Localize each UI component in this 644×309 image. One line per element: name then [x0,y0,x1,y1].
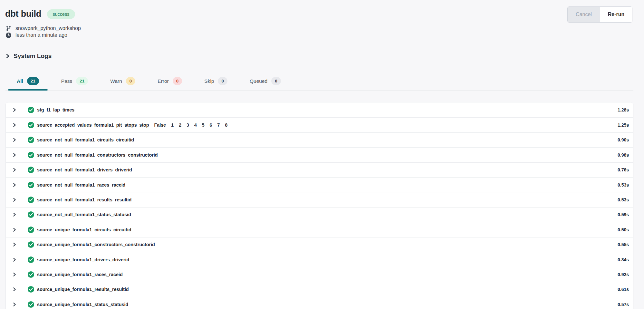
success-check-icon [27,181,34,188]
result-duration: 0.84s [618,257,629,262]
result-duration: 0.90s [618,137,629,142]
chevron-right-icon[interactable] [12,287,17,292]
result-name: source_not_null_formula1_races_raceid [37,182,614,188]
result-row[interactable]: stg_f1_lap_times 1.28s [6,102,633,117]
tab-label: Error [158,78,168,84]
success-check-icon [27,106,34,113]
result-duration: 0.53s [618,182,629,188]
success-check-icon [27,136,34,143]
tab-count-badge: 21 [27,77,39,85]
chevron-right-icon[interactable] [12,242,17,247]
result-row[interactable]: source_not_null_formula1_circuits_circui… [6,132,633,147]
result-row[interactable]: source_not_null_formula1_drivers_driveri… [6,162,633,177]
result-name: source_not_null_formula1_status_statusid [37,212,614,217]
result-name: source_unique_formula1_constructors_cons… [37,242,614,247]
result-row[interactable]: source_unique_formula1_status_statusid 0… [6,297,633,309]
result-duration: 0.59s [618,212,629,217]
success-check-icon [27,301,34,308]
result-name: source_not_null_formula1_results_resulti… [37,197,614,202]
result-row[interactable]: source_unique_formula1_results_resultid … [6,282,633,297]
page-title: dbt build [5,9,41,19]
tab-count-badge: 21 [76,77,88,85]
cancel-button[interactable]: Cancel [568,7,600,22]
branch-name: snowpark_python_workshop [15,25,81,31]
result-name: source_accepted_values_formula1_pit_stop… [37,122,614,128]
result-name: source_unique_formula1_drivers_driverid [37,257,614,262]
result-row[interactable]: source_unique_formula1_races_raceid 0.92… [6,267,633,282]
success-check-icon [27,256,34,263]
tab-label: All [17,78,23,84]
chevron-right-icon[interactable] [12,302,17,307]
success-check-icon [27,226,34,233]
status-badge: success [47,9,75,19]
tab-pass[interactable]: Pass 21 [53,77,97,90]
result-duration: 0.76s [618,167,629,172]
result-name: source_unique_formula1_results_resultid [37,287,614,292]
tab-count-badge: 0 [173,77,182,85]
success-check-icon [27,286,34,293]
result-name: source_not_null_formula1_constructors_co… [37,152,614,158]
chevron-right-icon[interactable] [12,183,17,187]
result-name: source_unique_formula1_circuits_circuiti… [37,227,614,232]
result-row[interactable]: source_not_null_formula1_status_statusid… [6,207,633,222]
tab-queued[interactable]: Queued 0 [241,77,290,90]
result-duration: 0.92s [618,272,629,277]
title-row: dbt build success [5,9,632,19]
chevron-right-icon[interactable] [12,123,17,127]
result-name: source_not_null_formula1_circuits_circui… [37,137,614,142]
chevron-right-icon[interactable] [12,168,17,172]
success-check-icon [27,271,34,278]
result-row[interactable]: source_not_null_formula1_constructors_co… [6,147,633,162]
success-check-icon [27,241,34,248]
results-list: stg_f1_lap_times 1.28s source_accepted_v… [5,102,633,309]
git-branch-icon [5,25,12,31]
result-duration: 0.50s [618,227,629,232]
result-row[interactable]: source_not_null_formula1_results_resulti… [6,192,633,207]
result-name: source_unique_formula1_races_raceid [37,272,614,277]
result-name: source_not_null_formula1_drivers_driveri… [37,167,614,172]
time-ago: less than a minute ago [15,32,67,38]
chevron-right-icon[interactable] [12,227,17,232]
result-duration: 0.55s [618,242,629,247]
tab-skip[interactable]: Skip 0 [196,77,236,90]
result-row[interactable]: source_not_null_formula1_races_raceid 0.… [6,177,633,192]
system-logs-toggle[interactable]: System Logs [5,53,644,60]
success-check-icon [27,151,34,159]
time-meta: less than a minute ago [5,32,632,38]
chevron-right-icon[interactable] [12,108,17,112]
run-header: dbt build success snowpark_python_worksh… [0,0,644,38]
result-duration: 0.53s [618,197,629,202]
chevron-right-icon[interactable] [12,198,17,202]
tab-count-badge: 0 [218,77,227,85]
tab-warn[interactable]: Warn 0 [101,77,144,90]
rerun-button[interactable]: Re-run [600,7,632,22]
tab-label: Queued [250,78,267,84]
result-row[interactable]: source_accepted_values_formula1_pit_stop… [6,117,633,132]
result-name: source_unique_formula1_status_statusid [37,302,614,307]
chevron-right-icon[interactable] [12,212,17,217]
chevron-right-icon[interactable] [12,272,17,277]
active-tab-underline [8,89,48,91]
result-duration: 0.57s [618,302,629,307]
system-logs-label: System Logs [14,53,52,60]
tab-error[interactable]: Error 0 [149,77,191,90]
chevron-right-icon[interactable] [12,153,17,157]
tab-all[interactable]: All 21 [8,77,48,90]
branch-meta: snowpark_python_workshop [5,25,632,31]
result-row[interactable]: source_unique_formula1_drivers_driverid … [6,252,633,267]
result-row[interactable]: source_unique_formula1_circuits_circuiti… [6,222,633,237]
status-tabs: All 21 Pass 21 Warn 0 Error 0 Skip 0 Que… [5,76,633,91]
tab-label: Warn [110,78,122,84]
success-check-icon [27,121,34,129]
tab-label: Skip [204,78,214,84]
run-actions: Cancel Re-run [567,6,632,23]
result-row[interactable]: source_unique_formula1_constructors_cons… [6,237,633,252]
result-duration: 0.98s [618,152,629,158]
result-name: stg_f1_lap_times [37,107,614,112]
chevron-right-icon[interactable] [12,257,17,262]
tab-count-badge: 0 [271,77,281,85]
result-duration: 1.25s [618,122,629,128]
tab-label: Pass [61,78,72,84]
chevron-right-icon[interactable] [12,138,17,142]
tab-count-badge: 0 [126,77,136,85]
